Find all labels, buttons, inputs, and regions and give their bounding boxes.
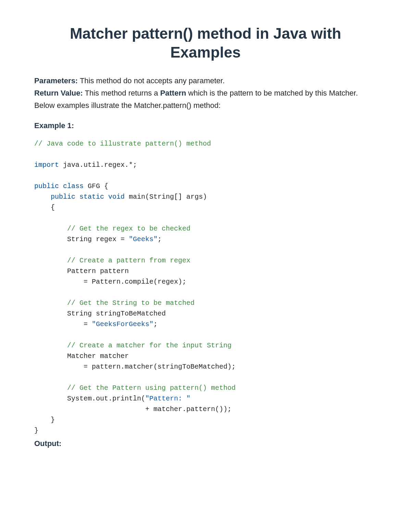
parameters-line: Parameters: This method do not accepts a…: [34, 75, 377, 86]
code-text: [34, 193, 51, 201]
code-string: "Pattern: ": [145, 395, 190, 403]
return-value-line: Return Value: This method returns a Patt…: [34, 88, 377, 99]
parameters-text: This method do not accepts any parameter…: [78, 76, 225, 85]
return-text-before: This method returns a: [83, 89, 160, 97]
code-text: Pattern pattern: [34, 267, 129, 275]
code-text: System.out.println(: [34, 395, 145, 403]
code-comment: // Create a pattern from regex: [34, 257, 190, 264]
code-text: + matcher.pattern());: [34, 405, 232, 413]
code-text: = pattern.matcher(stringToBeMatched);: [34, 363, 236, 371]
page-title: Matcher pattern() method in Java with Ex…: [34, 24, 377, 62]
code-keyword: public: [51, 193, 75, 201]
code-text: main(String[] args): [125, 193, 207, 201]
return-value-label: Return Value:: [34, 89, 83, 97]
code-text: }: [34, 426, 38, 434]
code-text: String regex =: [34, 235, 129, 243]
code-text: String stringToBeMatched: [34, 310, 166, 318]
code-comment: // Java code to illustrate pattern() met…: [34, 140, 211, 148]
code-keyword: void: [108, 193, 125, 201]
return-pattern-word: Pattern: [160, 89, 186, 97]
document-page: Matcher pattern() method in Java with Ex…: [0, 0, 411, 469]
code-text: java.util.regex.*;: [59, 161, 137, 169]
code-text: }: [34, 416, 55, 424]
parameters-label: Parameters:: [34, 76, 78, 85]
below-examples-text: Below examples illustrate the Matcher.pa…: [34, 100, 377, 111]
code-text: Matcher matcher: [34, 352, 129, 360]
code-keyword: public: [34, 182, 59, 190]
code-text: GFG {: [84, 182, 108, 190]
code-text: ;: [158, 235, 162, 243]
code-comment: // Get the regex to be checked: [34, 225, 190, 233]
example-1-label: Example 1:: [34, 121, 377, 130]
code-text: = Pattern.compile(regex);: [34, 278, 186, 286]
code-text: {: [34, 203, 55, 211]
code-keyword: class: [63, 182, 84, 190]
code-comment: // Get the String to be matched: [34, 299, 195, 307]
code-comment: // Get the Pattern using pattern() metho…: [34, 384, 236, 392]
code-keyword: static: [79, 193, 104, 201]
code-comment: // Create a matcher for the input String: [34, 342, 232, 349]
return-text-after: which is the pattern to be matched by th…: [186, 89, 358, 97]
code-string: "Geeks": [129, 235, 158, 243]
code-block: // Java code to illustrate pattern() met…: [34, 138, 377, 436]
code-text: ;: [153, 320, 158, 328]
output-label: Output:: [34, 439, 377, 448]
code-text: =: [34, 320, 92, 328]
code-string: "GeeksForGeeks": [92, 320, 153, 328]
code-keyword: import: [34, 161, 59, 169]
